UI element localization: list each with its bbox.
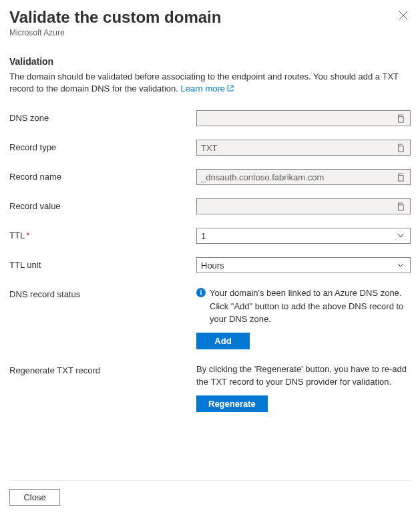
svg-rect-4 bbox=[399, 176, 403, 181]
dns-zone-label: DNS zone bbox=[9, 110, 196, 123]
validation-description: The domain should be validated before as… bbox=[9, 71, 411, 96]
ttl-unit-select[interactable]: Hours bbox=[196, 257, 411, 273]
ttl-label: TTL* bbox=[9, 228, 196, 240]
record-name-field: _dnsauth.contoso.fabrikam.com bbox=[196, 169, 411, 185]
external-link-icon bbox=[226, 83, 234, 96]
copy-icon[interactable] bbox=[395, 172, 406, 183]
regenerate-message: By clicking the 'Regenerate' button, you… bbox=[196, 363, 411, 389]
learn-more-link[interactable]: Learn more bbox=[181, 83, 234, 94]
copy-icon[interactable] bbox=[395, 201, 406, 212]
dns-record-status-label: DNS record status bbox=[9, 287, 196, 299]
regenerate-label: Regenerate TXT record bbox=[9, 363, 196, 375]
dns-status-message: Your domain's been linked to an Azure DN… bbox=[210, 287, 411, 326]
chevron-down-icon bbox=[395, 230, 406, 241]
svg-rect-2 bbox=[399, 117, 403, 122]
panel-title: Validate the custom domain bbox=[9, 8, 221, 27]
record-type-label: Record type bbox=[9, 140, 196, 152]
add-button[interactable]: Add bbox=[196, 333, 250, 349]
record-type-field: TXT bbox=[196, 140, 411, 156]
record-value-field bbox=[196, 198, 411, 214]
svg-rect-3 bbox=[399, 146, 403, 152]
dns-zone-field bbox=[196, 110, 411, 126]
regenerate-button[interactable]: Regenerate bbox=[196, 395, 268, 412]
info-icon bbox=[196, 288, 206, 297]
close-icon[interactable] bbox=[396, 8, 411, 25]
record-name-label: Record name bbox=[9, 169, 196, 182]
validation-heading: Validation bbox=[9, 56, 411, 67]
svg-point-8 bbox=[200, 290, 202, 291]
close-button[interactable]: Close bbox=[9, 489, 60, 506]
chevron-down-icon bbox=[395, 260, 406, 271]
copy-icon[interactable] bbox=[395, 113, 406, 124]
ttl-unit-label: TTL unit bbox=[9, 257, 196, 270]
svg-rect-5 bbox=[399, 205, 403, 210]
ttl-select[interactable]: 1 bbox=[196, 228, 411, 244]
panel-subtitle: Microsoft Azure bbox=[9, 28, 221, 37]
copy-icon[interactable] bbox=[395, 142, 406, 154]
svg-rect-7 bbox=[200, 292, 202, 295]
record-value-label: Record value bbox=[9, 198, 196, 211]
